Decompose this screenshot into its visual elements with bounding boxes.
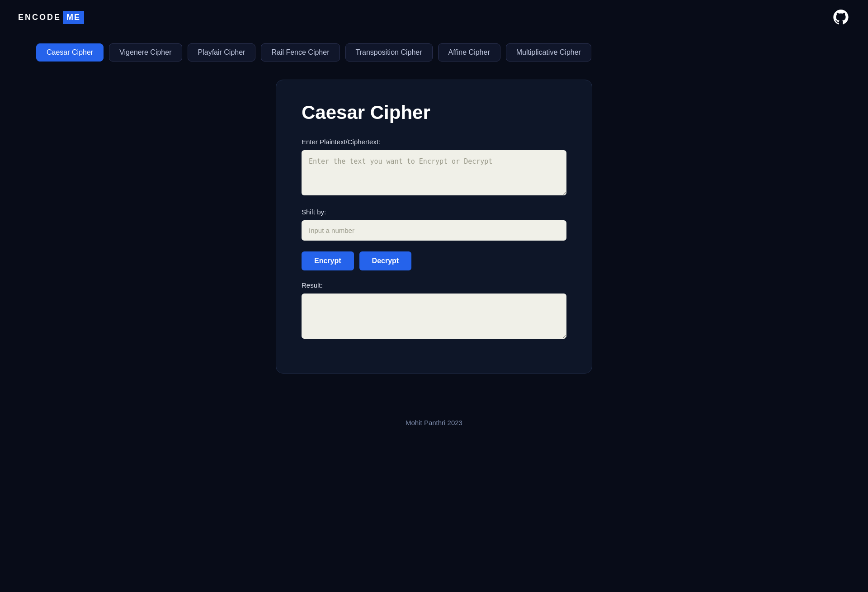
result-textarea[interactable] [302,294,566,339]
result-group: Result: [302,281,566,341]
logo: ENCODE ME [18,11,84,24]
plaintext-label: Enter Plaintext/Ciphertext: [302,138,566,146]
nav-btn-railfence[interactable]: Rail Fence Cipher [261,43,340,62]
footer: Mohit Panthri 2023 [0,401,868,445]
navigation: Caesar Cipher Vigenere Cipher Playfair C… [0,34,868,71]
cipher-card: Caesar Cipher Enter Plaintext/Ciphertext… [276,80,592,374]
action-buttons: Encrypt Decrypt [302,251,566,270]
nav-btn-multiplicative[interactable]: Multiplicative Cipher [506,43,591,62]
shift-group: Shift by: [302,208,566,241]
footer-text: Mohit Panthri 2023 [406,419,462,426]
main-content: Caesar Cipher Enter Plaintext/Ciphertext… [0,71,868,401]
nav-btn-playfair[interactable]: Playfair Cipher [188,43,256,62]
encrypt-button[interactable]: Encrypt [302,251,354,270]
plaintext-textarea[interactable] [302,150,566,195]
logo-encode-text: ENCODE [18,13,61,22]
logo-me-text: ME [63,11,84,24]
result-label: Result: [302,281,566,289]
header: ENCODE ME [0,0,868,34]
shift-label: Shift by: [302,208,566,216]
decrypt-button[interactable]: Decrypt [359,251,412,270]
github-icon[interactable] [832,8,850,26]
shift-input[interactable] [302,220,566,241]
nav-btn-affine[interactable]: Affine Cipher [438,43,500,62]
cipher-title: Caesar Cipher [302,102,566,123]
nav-btn-vigenere[interactable]: Vigenere Cipher [109,43,182,62]
nav-btn-caesar[interactable]: Caesar Cipher [36,43,104,62]
nav-btn-transposition[interactable]: Transposition Cipher [345,43,433,62]
plaintext-group: Enter Plaintext/Ciphertext: [302,138,566,197]
